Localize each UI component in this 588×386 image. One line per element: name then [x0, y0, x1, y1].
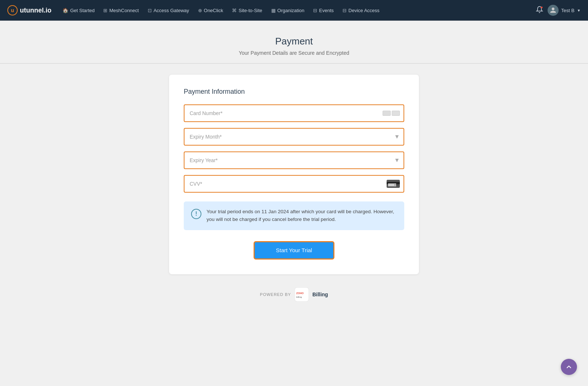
nav-item-access-gateway[interactable]: ⊡ Access Gateway: [144, 6, 193, 15]
zoho-logo-svg: ZOHO billing: [295, 287, 309, 301]
logo-icon: u: [7, 5, 18, 15]
svg-rect-1: [295, 287, 309, 301]
scroll-to-top-button[interactable]: [561, 359, 577, 375]
page-subtitle: Your Payment Details are Secure and Encr…: [239, 50, 349, 56]
nav-item-organization[interactable]: ▦ Organization: [268, 6, 308, 15]
card-wrapper: Payment Information Expiry Month* Januar…: [0, 75, 588, 274]
nav-item-oneclick[interactable]: ⊕ OneClick: [194, 6, 227, 15]
expiry-year-field: Expiry Year* 2024 2025 2026 2027 2028 20…: [184, 151, 404, 169]
cvv-input[interactable]: [184, 175, 404, 193]
powered-by-label: POWERED BY: [260, 292, 291, 297]
card-icon-2: [392, 111, 400, 116]
header-divider: [0, 63, 588, 64]
notification-bell[interactable]: [536, 6, 543, 15]
avatar: [548, 5, 559, 16]
events-icon: ⊟: [313, 8, 317, 13]
svg-text:billing: billing: [296, 296, 302, 298]
nav-label-site-to-site: Site-to-Site: [239, 8, 262, 13]
start-trial-button[interactable]: Start Your Trial: [254, 241, 334, 260]
card-number-field: [184, 104, 404, 122]
mesh-icon: ⊞: [103, 8, 107, 13]
chevron-down-icon: ▼: [577, 8, 581, 12]
nav-label-oneclick: OneClick: [204, 8, 223, 13]
nav-label-get-started: Get Started: [70, 8, 94, 13]
navbar: u utunnel.io 🏠 Get Started ⊞ MeshConnect…: [0, 0, 588, 21]
site-icon: ⌘: [232, 8, 237, 13]
zoho-billing-logo: ZOHO billing: [295, 287, 309, 301]
nav-label-organization: Organization: [277, 8, 305, 13]
nav-right: Test B ▼: [536, 5, 581, 16]
expiry-year-select[interactable]: Expiry Year* 2024 2025 2026 2027 2028 20…: [184, 151, 404, 169]
nav-label-mesh-connect: MeshConnect: [109, 8, 139, 13]
home-icon: 🏠: [62, 8, 68, 13]
card-number-input[interactable]: [184, 104, 404, 122]
card-icon-1: [383, 111, 391, 116]
logo-text: utunnel.io: [20, 7, 51, 14]
main-content: Payment Your Payment Details are Secure …: [0, 21, 588, 386]
svg-point-0: [541, 6, 542, 8]
info-message: Your trial period ends on 11 Jan 2024 af…: [207, 208, 397, 224]
expiry-month-field: Expiry Month* January February March Apr…: [184, 128, 404, 146]
cvv-card-icon: CVV: [387, 180, 400, 188]
info-icon: !: [191, 209, 201, 219]
svg-text:ZOHO: ZOHO: [296, 292, 304, 294]
nav-label-events: Events: [319, 8, 334, 13]
nav-label-device-access: Device Access: [348, 8, 380, 13]
payment-card: Payment Information Expiry Month* Januar…: [169, 75, 419, 274]
expiry-month-select[interactable]: Expiry Month* January February March Apr…: [184, 128, 404, 146]
info-box: ! Your trial period ends on 11 Jan 2024 …: [184, 201, 404, 230]
user-menu[interactable]: Test B ▼: [548, 5, 581, 16]
nav-item-events[interactable]: ⊟ Events: [309, 6, 337, 15]
powered-by-section: POWERED BY ZOHO billing Billing: [260, 287, 328, 301]
oneclick-icon: ⊕: [198, 8, 202, 13]
card-title: Payment Information: [184, 88, 404, 96]
device-icon: ⊟: [343, 8, 347, 13]
user-name: Test B: [561, 8, 574, 13]
org-icon: ▦: [271, 8, 276, 13]
page-title: Payment: [239, 36, 349, 47]
nav-item-site-to-site[interactable]: ⌘ Site-to-Site: [228, 6, 266, 15]
gateway-icon: ⊡: [148, 8, 152, 13]
nav-item-mesh-connect[interactable]: ⊞ MeshConnect: [100, 6, 142, 15]
page-header: Payment Your Payment Details are Secure …: [232, 21, 357, 63]
nav-label-access-gateway: Access Gateway: [154, 8, 189, 13]
card-brand-icons: [383, 111, 400, 116]
cvv-field: CVV: [184, 175, 404, 193]
billing-text: Billing: [312, 292, 328, 297]
nav-item-device-access[interactable]: ⊟ Device Access: [339, 6, 383, 15]
logo[interactable]: u utunnel.io: [7, 5, 51, 15]
nav-item-get-started[interactable]: 🏠 Get Started: [59, 6, 98, 15]
